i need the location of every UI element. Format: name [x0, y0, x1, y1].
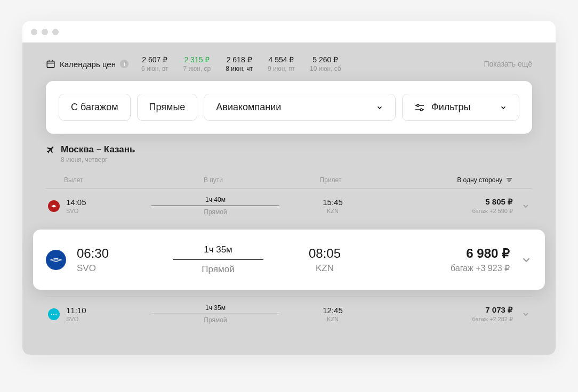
price-block: 5 805 ₽ багаж +2 590 ₽ — [365, 197, 513, 215]
flight-line — [151, 206, 279, 206]
flight-path: 1ч 35м Прямой — [130, 304, 301, 324]
flight-price: 7 073 ₽ — [365, 305, 513, 315]
minimize-window-icon[interactable] — [42, 29, 48, 35]
flight-path: 1ч 40м Прямой — [130, 196, 301, 216]
svg-point-5 — [417, 104, 419, 107]
flight-duration: 1ч 35м — [130, 304, 301, 312]
departure-time: 06:30 — [77, 246, 146, 261]
airlines-filter-button[interactable]: Авиакомпании — [204, 94, 396, 121]
flight-baggage: багаж +2 282 ₽ — [365, 316, 513, 323]
flight-row[interactable]: 11:10 SVO 1ч 35м Прямой 12:45 KZN 7 073 … — [46, 296, 532, 331]
arrival-block: 15:45 KZN — [301, 198, 365, 214]
departure-time: 11:10 — [66, 306, 130, 315]
info-icon[interactable]: i — [120, 60, 129, 68]
price-day[interactable]: 2 607 ₽ 6 июн, вт — [141, 55, 168, 72]
column-depart-label: Вылет — [64, 176, 128, 184]
flight-type: Прямой — [146, 264, 290, 275]
traffic-lights — [31, 29, 59, 35]
route-title-text: Москва – Казань — [61, 144, 135, 155]
flight-path: 1ч 35м Прямой — [146, 244, 290, 275]
sliders-icon — [414, 103, 425, 112]
price-day-price: 2 315 ₽ — [183, 55, 211, 64]
chevron-down-icon[interactable] — [521, 202, 530, 210]
flights-list: 14:05 SVO 1ч 40м Прямой 15:45 KZN 5 805 … — [46, 188, 532, 331]
route-header: Москва – Казань 8 июня, четверг — [46, 144, 532, 164]
departure-time: 14:05 — [66, 198, 130, 207]
arrival-time: 08:05 — [290, 246, 359, 261]
departure-code: SVO — [77, 263, 146, 274]
chevron-down-icon — [500, 104, 507, 111]
arrival-code: KZN — [301, 208, 365, 214]
chevron-down-icon — [376, 104, 383, 111]
price-day-price: 2 618 ₽ — [226, 55, 253, 64]
arrival-code: KZN — [301, 316, 365, 322]
price-day-date: 10 июн, сб — [310, 65, 341, 72]
flight-baggage: багаж +3 923 ₽ — [359, 263, 510, 273]
arrival-code: KZN — [290, 263, 359, 274]
price-day-date: 7 июн, ср — [183, 65, 211, 72]
price-day[interactable]: 4 554 ₽ 9 июн, пт — [268, 55, 295, 72]
sort-label: В одну сторону — [457, 176, 502, 184]
svg-point-11 — [51, 313, 52, 314]
calendar-label-text: Календарь цен — [60, 60, 116, 69]
airlines-filter-label: Авиакомпании — [216, 102, 281, 113]
arrival-block: 08:05 KZN — [290, 246, 359, 274]
price-day-date: 9 июн, пт — [268, 65, 295, 72]
price-calendar-row: Календарь цен i 2 607 ₽ 6 июн, вт 2 315 … — [46, 55, 532, 81]
flight-duration: 1ч 40м — [130, 196, 301, 203]
baggage-filter-button[interactable]: С багажом — [59, 94, 131, 121]
arrival-time: 15:45 — [301, 198, 365, 207]
departure-block: 06:30 SVO — [77, 246, 146, 274]
departure-code: SVO — [66, 316, 130, 322]
svg-rect-0 — [47, 61, 54, 68]
price-day-price: 2 607 ₽ — [141, 55, 168, 64]
price-block: 6 980 ₽ багаж +3 923 ₽ — [359, 246, 510, 273]
chevron-down-icon[interactable] — [520, 254, 532, 266]
arrival-block: 12:45 KZN — [301, 306, 365, 322]
airline-logo-pobeda — [48, 308, 60, 320]
price-day-date: 8 июн, чт — [226, 65, 253, 72]
flight-line — [151, 314, 279, 314]
flight-row[interactable]: 14:05 SVO 1ч 40м Прямой 15:45 KZN 5 805 … — [46, 188, 532, 223]
flight-duration: 1ч 35м — [146, 244, 290, 255]
price-days: 2 607 ₽ 6 июн, вт 2 315 ₽ 7 июн, ср 2 61… — [141, 55, 471, 72]
price-day[interactable]: 2 315 ₽ 7 июн, ср — [183, 55, 211, 72]
price-day[interactable]: 2 618 ₽ 8 июн, чт — [226, 55, 253, 72]
direct-filter-button[interactable]: Прямые — [137, 94, 198, 121]
route-date: 8 июня, четверг — [61, 156, 532, 164]
chevron-down-icon[interactable] — [521, 310, 530, 318]
svg-point-13 — [55, 313, 57, 314]
svg-point-7 — [420, 109, 422, 111]
route-title: Москва – Казань — [46, 144, 532, 155]
price-block: 7 073 ₽ багаж +2 282 ₽ — [365, 305, 513, 323]
airline-logo-nordwind — [48, 200, 60, 212]
plane-icon — [46, 145, 55, 154]
price-day[interactable]: 5 260 ₽ 10 июн, сб — [310, 55, 341, 72]
show-more-link[interactable]: Показать ещё — [484, 60, 533, 68]
column-path-label: В пути — [128, 176, 299, 184]
filters-card: С багажом Прямые Авиакомпании Фильтры — [46, 81, 532, 134]
price-day-price: 4 554 ₽ — [268, 55, 295, 64]
sort-button[interactable]: В одну сторону — [363, 176, 513, 184]
sort-icon — [505, 177, 513, 183]
titlebar — [22, 21, 556, 43]
filters-button[interactable]: Фильтры — [402, 94, 519, 121]
direct-filter-label: Прямые — [149, 102, 186, 113]
filters-label: Фильтры — [431, 102, 470, 113]
price-day-price: 5 260 ₽ — [310, 55, 341, 64]
calendar-label[interactable]: Календарь цен i — [46, 59, 129, 69]
flight-card-highlighted[interactable]: 06:30 SVO 1ч 35м Прямой 08:05 KZN 6 980 … — [33, 230, 545, 290]
columns-header: Вылет В пути Прилет В одну сторону — [46, 176, 532, 188]
price-day-date: 6 июн, вт — [141, 65, 168, 72]
content-area: Календарь цен i 2 607 ₽ 6 июн, вт 2 315 … — [22, 43, 556, 355]
maximize-window-icon[interactable] — [52, 29, 59, 35]
airline-logo-aeroflot — [46, 250, 66, 270]
close-window-icon[interactable] — [31, 29, 37, 35]
departure-block: 14:05 SVO — [66, 198, 130, 214]
calendar-icon — [46, 59, 55, 69]
app-window: Календарь цен i 2 607 ₽ 6 июн, вт 2 315 … — [22, 21, 556, 355]
departure-code: SVO — [66, 208, 130, 214]
column-arrive-label: Прилет — [299, 176, 363, 184]
flight-price: 6 980 ₽ — [359, 246, 510, 261]
flight-baggage: багаж +2 590 ₽ — [365, 208, 513, 215]
